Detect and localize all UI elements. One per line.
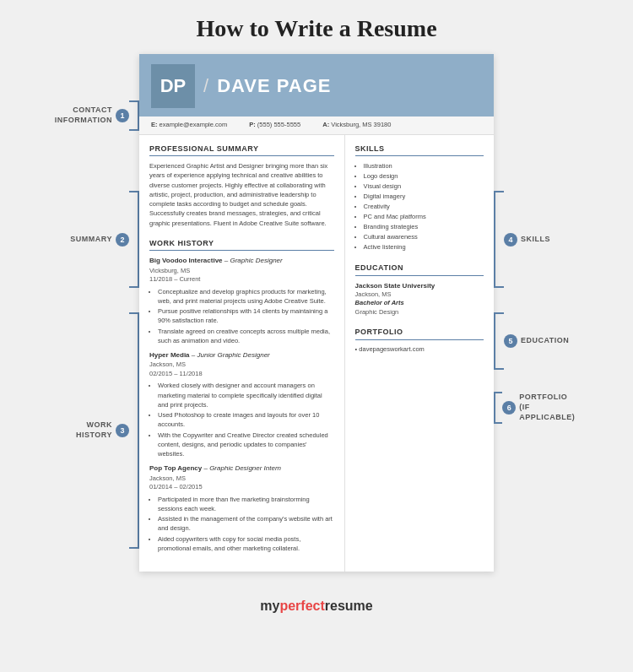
footer-brand: myperfectresume — [0, 588, 633, 619]
job-1-bullets: Conceptualize and develop graphics produ… — [149, 287, 334, 346]
brand-perfect: perfect — [279, 599, 324, 613]
labels-right: 4 SKILLS 5 EDUCATION 6 PORTFOLIO(IF APPL… — [494, 54, 574, 572]
resume-body: PROFESSIONAL SUMMARY Experienced Graphic… — [139, 135, 494, 572]
resume-left-column: PROFESSIONAL SUMMARY Experienced Graphic… — [139, 135, 345, 572]
job-2: Hyper Media – Junior Graphic Designer Ja… — [149, 350, 334, 458]
list-item: Visual design — [364, 182, 484, 192]
portfolio-section: PORTFOLIO • davepagesworkart.com — [355, 327, 484, 354]
skills-section: SKILLS Illustration Logo design Visual d… — [355, 144, 484, 253]
label-education: 5 EDUCATION — [494, 312, 569, 370]
list-item: PC and Mac platforms — [364, 212, 484, 222]
list-item: With the Copywriter and Creative Directo… — [158, 431, 334, 459]
list-item: Assisted in the management of the compan… — [158, 514, 334, 534]
job-3-dates: 01/2014 – 02/2015 — [149, 483, 334, 492]
list-item: Participated in more than five marketing… — [158, 495, 334, 514]
label-education-text: EDUCATION — [517, 336, 569, 346]
label-work-history: WORKHISTORY 3 — [76, 312, 139, 549]
label-portfolio: 6 PORTFOLIO(IF APPLICABLE) — [494, 392, 576, 424]
list-item: Creativity — [364, 202, 484, 212]
resume-header: DP / DAVE PAGE — [139, 54, 494, 117]
header-initials: DP — [151, 64, 195, 108]
label-portfolio-text: PORTFOLIO(IF APPLICABLE) — [516, 393, 576, 422]
resume-document: DP / DAVE PAGE E: example@example.com P:… — [139, 54, 494, 572]
portfolio-title: PORTFOLIO — [355, 327, 484, 340]
label-summary-text: SUMMARY — [70, 235, 116, 245]
list-item: Pursue positive relationships with 14 cl… — [158, 306, 334, 326]
job-2-dates: 02/2015 – 11/2018 — [149, 370, 334, 379]
skills-title: SKILLS — [355, 144, 484, 157]
edu-degree: Bachelor of Arts — [355, 299, 484, 308]
label-summary-number: 2 — [116, 233, 129, 247]
job-3-bullets: Participated in more than five marketing… — [149, 495, 334, 554]
contact-email: E: example@example.com — [151, 121, 237, 128]
contact-bar: E: example@example.com P: (555) 555-5555… — [139, 117, 494, 135]
contact-phone: P: (555) 555-5555 — [249, 121, 311, 128]
job-3: Pop Top Agency – Graphic Designer Intern… — [149, 463, 334, 553]
education-title: EDUCATION — [355, 263, 484, 276]
edu-location: Jackson, MS — [355, 290, 484, 300]
work-history-section: WORK HISTORY Big Voodoo Interactive – Gr… — [149, 238, 334, 553]
list-item: Conceptualize and develop graphics produ… — [158, 287, 334, 306]
contact-address: A: Vicksburg, MS 39180 — [322, 121, 401, 128]
job-2-location: Jackson, MS — [149, 360, 334, 370]
list-item: Used Photoshop to create images and layo… — [158, 410, 334, 430]
work-history-title: WORK HISTORY — [149, 238, 334, 252]
list-item: Worked closely with designer and account… — [158, 381, 334, 409]
labels-left: CONTACTINFORMATION 1 SUMMARY 2 WORKHISTO… — [59, 54, 139, 572]
job-2-title: Hyper Media – Junior Graphic Designer — [149, 350, 334, 360]
page-title: How to Write a Resume — [0, 0, 633, 54]
list-item: Digital imagery — [364, 192, 484, 202]
job-3-title: Pop Top Agency – Graphic Designer Intern — [149, 463, 334, 473]
list-item: Logo design — [364, 171, 484, 182]
edu-school: Jackson State University — [355, 281, 484, 290]
job-1-location: Vicksburg, MS — [149, 267, 334, 276]
education-section: EDUCATION Jackson State University Jacks… — [355, 263, 484, 317]
label-education-number: 5 — [504, 334, 517, 348]
job-1-title: Big Voodoo Interactive – Graphic Designe… — [149, 256, 334, 265]
list-item: Aided copywriters with copy for social m… — [158, 534, 334, 554]
label-contact-number: 1 — [116, 109, 129, 122]
label-skills-number: 4 — [504, 233, 517, 247]
edu-field: Graphic Design — [355, 308, 484, 317]
label-skills-text: SKILLS — [517, 235, 550, 245]
label-contact-text: CONTACTINFORMATION — [55, 106, 116, 125]
brand-my: my — [260, 599, 279, 613]
label-skills: 4 SKILLS — [494, 191, 550, 288]
header-name: DAVE PAGE — [217, 73, 331, 100]
list-item: Translate agreed on creative concepts ac… — [158, 327, 334, 346]
portfolio-url: • davepagesworkart.com — [355, 345, 484, 355]
summary-text: Experienced Graphic Artist and Designer … — [149, 161, 334, 228]
list-item: Branding strategies — [364, 222, 484, 232]
label-work-number: 3 — [116, 424, 129, 437]
label-summary: SUMMARY 2 — [70, 191, 139, 288]
list-item: Active listening — [364, 242, 484, 252]
summary-title: PROFESSIONAL SUMMARY — [149, 144, 334, 157]
brand-resume: resume — [325, 599, 373, 613]
label-work-text: WORKHISTORY — [76, 420, 116, 440]
main-container: CONTACTINFORMATION 1 SUMMARY 2 WORKHISTO… — [0, 54, 633, 588]
label-portfolio-number: 6 — [502, 401, 516, 415]
resume-right-column: SKILLS Illustration Logo design Visual d… — [345, 135, 494, 572]
list-item: Cultural awareness — [364, 232, 484, 242]
job-1: Big Voodoo Interactive – Graphic Designe… — [149, 256, 334, 345]
job-1-dates: 11/2018 – Current — [149, 275, 334, 285]
job-2-bullets: Worked closely with designer and account… — [149, 381, 334, 458]
header-slash: / — [203, 73, 208, 100]
job-3-location: Jackson, MS — [149, 474, 334, 484]
professional-summary-section: PROFESSIONAL SUMMARY Experienced Graphic… — [149, 144, 334, 228]
skills-list: Illustration Logo design Visual design D… — [355, 161, 484, 252]
list-item: Illustration — [364, 161, 484, 171]
label-contact: CONTACTINFORMATION 1 — [55, 100, 139, 131]
